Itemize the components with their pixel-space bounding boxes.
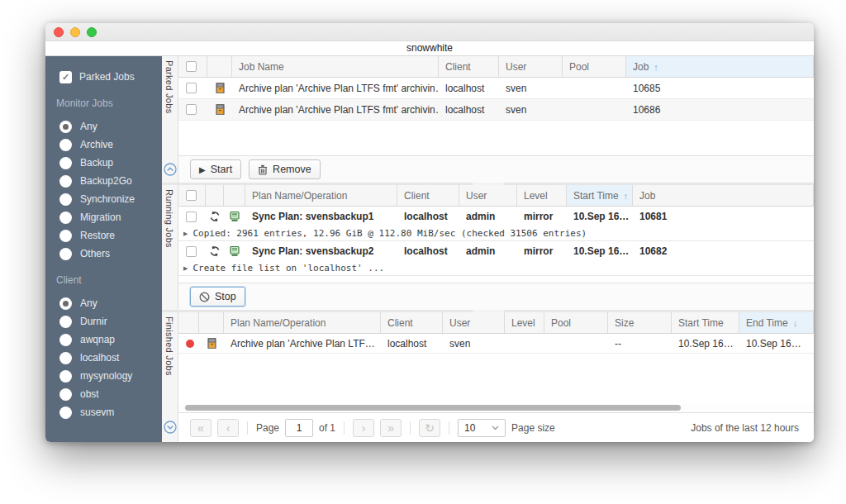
finished-header-client[interactable]: Client — [381, 312, 443, 333]
running-header-user[interactable]: User — [459, 185, 517, 206]
previous-page-button[interactable]: ‹ — [217, 419, 239, 437]
parked-table-header: Job Name Client User Pool Job↑ — [178, 56, 814, 78]
pagination-bar: « ‹ Page of 1 › » ↻ — [178, 412, 814, 442]
radio-icon — [59, 352, 72, 364]
filter-sidebar: ✓ Parked Jobs Monitor Jobs Any Archive B… — [45, 56, 162, 442]
finished-header-user[interactable]: User — [443, 312, 505, 333]
running-header-start-time[interactable]: Start Time↑ — [567, 185, 633, 206]
row-checkbox[interactable] — [186, 83, 197, 93]
radio-icon — [59, 157, 72, 169]
parked-actions-bar: ▶Start Remove — [178, 155, 814, 183]
finished-header-start-time[interactable]: Start Time — [672, 312, 739, 333]
row-checkbox[interactable] — [186, 246, 197, 257]
stop-button[interactable]: Stop — [190, 287, 245, 307]
radio-selected-icon — [59, 297, 72, 310]
app-window: snowwhite ✓ Parked Jobs Monitor Jobs Any… — [45, 23, 814, 442]
finished-header-level[interactable]: Level — [505, 312, 544, 333]
radio-icon — [59, 407, 72, 419]
parked-header-user[interactable]: User — [499, 56, 563, 77]
page-number-input[interactable] — [285, 419, 313, 437]
parked-header-client[interactable]: Client — [439, 56, 499, 77]
client-radio-mysynology[interactable]: mysynology — [45, 367, 162, 385]
radio-icon — [59, 388, 72, 401]
remove-button[interactable]: Remove — [249, 159, 321, 179]
running-header-level[interactable]: Level — [517, 185, 567, 206]
section-resize-handle[interactable] — [162, 310, 814, 312]
running-job-row[interactable]: Sync Plan: svensbackup1 localhost admin … — [178, 207, 814, 226]
last-page-button[interactable]: » — [380, 419, 402, 437]
finished-header-pool[interactable]: Pool — [544, 312, 608, 333]
running-job-status-row[interactable]: ▶ Copied: 2961 entries, 12.96 GiB @ 112.… — [178, 226, 814, 241]
running-job-row[interactable]: Sync Plan: svensbackup2 localhost admin … — [178, 241, 814, 261]
minimize-window-button[interactable] — [70, 27, 80, 37]
page-size-select[interactable]: 10 — [458, 419, 506, 437]
monitor-radio-migration[interactable]: Migration — [45, 208, 162, 226]
refresh-icon: ↻ — [425, 422, 435, 434]
running-header-client[interactable]: Client — [397, 185, 459, 206]
parked-header-job-name[interactable]: Job Name — [232, 56, 439, 77]
divider — [344, 421, 345, 435]
monitor-radio-restore[interactable]: Restore — [45, 226, 162, 245]
next-page-button[interactable]: › — [353, 419, 374, 437]
section-resize-handle[interactable] — [162, 183, 814, 185]
job-status-text: Copied: 2961 entries, 12.96 GiB @ 112.80… — [192, 228, 587, 239]
client-radio-any[interactable]: Any — [45, 294, 162, 312]
checkbox-checked-icon: ✓ — [59, 71, 72, 83]
horizontal-scrollbar[interactable] — [178, 404, 814, 412]
running-actions-bar: Stop — [178, 283, 814, 310]
start-button[interactable]: ▶Start — [190, 159, 241, 179]
stop-icon — [199, 292, 210, 302]
sync-plan-icon — [229, 211, 240, 222]
sync-running-icon — [209, 211, 221, 222]
parked-header-pool[interactable]: Pool — [563, 56, 626, 77]
expand-marker-icon: ▶ — [183, 265, 188, 272]
row-checkbox[interactable] — [186, 212, 197, 222]
parked-header-job[interactable]: Job↑ — [626, 56, 814, 77]
titlebar — [45, 23, 814, 41]
scrollbar-thumb[interactable] — [185, 405, 681, 411]
radio-icon — [59, 316, 72, 328]
sort-descending-icon: ↓ — [793, 318, 798, 328]
client-radio-awqnap[interactable]: awqnap — [45, 330, 162, 349]
running-header-plan[interactable]: Plan Name/Operation — [245, 185, 397, 206]
play-icon: ▶ — [199, 165, 206, 174]
row-checkbox[interactable] — [186, 104, 197, 115]
parked-jobs-strip: Parked Jobs — [162, 56, 178, 183]
divider — [247, 421, 248, 435]
finished-header-size[interactable]: Size — [608, 312, 672, 333]
parked-job-row[interactable]: Archive plan 'Archive Plan LTFS fmt' arc… — [178, 78, 814, 99]
refresh-button[interactable]: ↻ — [419, 419, 440, 437]
client-radio-localhost[interactable]: localhost — [45, 349, 162, 367]
monitor-radio-others[interactable]: Others — [45, 245, 162, 263]
monitor-radio-backup2go[interactable]: Backup2Go — [45, 172, 162, 190]
client-radio-durnir[interactable]: Durnir — [45, 312, 162, 330]
collapse-finished-section-icon[interactable] — [164, 421, 177, 434]
archive-job-icon — [214, 82, 226, 94]
select-all-checkbox[interactable] — [186, 61, 197, 72]
archive-job-icon — [206, 337, 218, 349]
select-all-checkbox[interactable] — [186, 190, 197, 201]
client-radio-obst[interactable]: obst — [45, 385, 162, 403]
failed-status-icon — [186, 340, 194, 348]
running-job-status-row[interactable]: ▶ Create file list on 'localhost' ... — [178, 261, 814, 276]
client-radio-susevm[interactable]: susevm — [45, 403, 162, 421]
parked-jobs-checkbox[interactable]: ✓ Parked Jobs — [45, 68, 162, 86]
running-table-empty-area — [178, 276, 814, 283]
page-size-label: Page size — [511, 422, 555, 434]
monitor-radio-synchronize[interactable]: Synchronize — [45, 190, 162, 208]
running-header-job[interactable]: Job — [633, 185, 814, 206]
finished-header-plan[interactable]: Plan Name/Operation — [224, 312, 381, 333]
client-heading: Client — [45, 274, 162, 288]
parked-job-row[interactable]: Archive plan 'Archive Plan LTFS fmt' arc… — [178, 99, 814, 121]
collapse-parked-section-icon[interactable] — [164, 163, 177, 176]
finished-job-row[interactable]: Archive plan 'Archive Plan LTF… localhos… — [178, 334, 814, 354]
chevron-down-icon — [492, 426, 499, 430]
first-page-button[interactable]: « — [190, 419, 212, 437]
close-window-button[interactable] — [54, 27, 64, 37]
monitor-radio-backup[interactable]: Backup — [45, 154, 162, 172]
monitor-radio-archive[interactable]: Archive — [45, 136, 162, 154]
monitor-radio-any[interactable]: Any — [45, 117, 162, 136]
zoom-window-button[interactable] — [87, 27, 97, 37]
radio-icon — [59, 334, 72, 346]
finished-header-end-time[interactable]: End Time↓ — [739, 312, 814, 333]
